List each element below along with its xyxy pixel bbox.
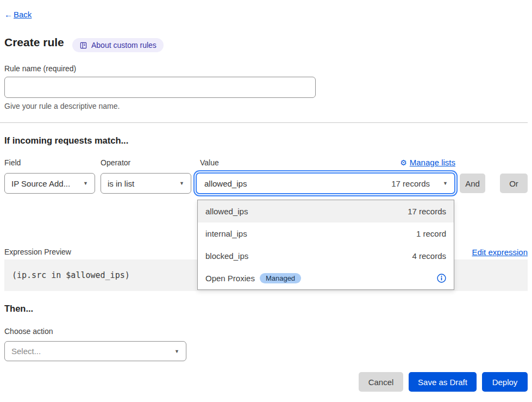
operator-select[interactable]: is in list ▼ xyxy=(101,173,191,194)
deploy-button[interactable]: Deploy xyxy=(482,372,528,392)
gear-icon: ⚙ xyxy=(400,158,407,167)
list-option-allowed-ips[interactable]: allowed_ips 17 records xyxy=(198,200,454,222)
action-select[interactable]: Select... ▼ xyxy=(4,341,186,361)
manage-lists-link[interactable]: ⚙ Manage lists xyxy=(400,158,455,167)
operator-select-value: is in list xyxy=(108,179,175,188)
value-select-records: 17 records xyxy=(391,179,430,188)
page-title: Create rule xyxy=(4,36,64,49)
about-badge-label: About custom rules xyxy=(91,41,157,50)
operator-label: Operator xyxy=(101,158,130,167)
list-option-internal-ips[interactable]: internal_ips 1 record xyxy=(198,222,454,245)
or-button[interactable]: Or xyxy=(500,174,528,193)
list-option-blocked-ips[interactable]: blocked_ips 4 records xyxy=(198,245,454,267)
expression-code: (ip.src in $allowed_ips) xyxy=(12,270,130,280)
cancel-button[interactable]: Cancel xyxy=(359,372,403,392)
list-option-records: 17 records xyxy=(408,207,446,216)
rule-name-help-text: Give your rule a descriptive name. xyxy=(4,102,120,110)
chevron-down-icon: ▼ xyxy=(443,181,448,186)
edit-expression-link[interactable]: Edit expression xyxy=(472,248,528,257)
list-option-name: blocked_ips xyxy=(205,251,248,261)
back-link-label[interactable]: Back xyxy=(14,10,32,19)
list-option-name: Open Proxies xyxy=(205,274,255,283)
manage-lists-label[interactable]: Manage lists xyxy=(410,158,455,167)
choose-action-label: Choose action xyxy=(4,327,53,336)
expression-preview-label: Expression Preview xyxy=(4,248,71,256)
field-select[interactable]: IP Source Add... ▼ xyxy=(4,173,95,194)
section-divider xyxy=(0,122,528,123)
field-label: Field xyxy=(4,158,21,167)
value-select-value: allowed_ips xyxy=(204,179,391,188)
then-section-heading: Then... xyxy=(4,304,33,314)
and-button[interactable]: And xyxy=(460,174,485,193)
list-option-open-proxies[interactable]: Open Proxies Managed xyxy=(198,267,454,289)
list-option-records: 1 record xyxy=(416,229,446,238)
rule-name-input[interactable] xyxy=(4,77,316,98)
create-rule-page: ←Back Create rule About custom rules Rul… xyxy=(0,0,532,402)
managed-badge: Managed xyxy=(260,273,301,283)
book-icon xyxy=(79,41,87,50)
list-option-records: 4 records xyxy=(412,251,446,261)
match-section-heading: If incoming requests match... xyxy=(4,135,128,146)
chevron-down-icon: ▼ xyxy=(174,349,179,354)
about-custom-rules-badge[interactable]: About custom rules xyxy=(72,38,164,52)
chevron-down-icon: ▼ xyxy=(83,181,88,186)
action-select-placeholder: Select... xyxy=(11,347,170,356)
info-icon[interactable] xyxy=(437,274,446,283)
back-link[interactable]: ←Back xyxy=(4,10,32,19)
back-arrow-icon: ← xyxy=(4,10,12,19)
list-dropdown-menu: allowed_ips 17 records internal_ips 1 re… xyxy=(197,200,454,290)
field-select-value: IP Source Add... xyxy=(11,179,79,188)
chevron-down-icon: ▼ xyxy=(179,181,184,186)
value-label: Value xyxy=(200,158,219,167)
save-as-draft-button[interactable]: Save as Draft xyxy=(409,372,477,392)
list-option-name: allowed_ips xyxy=(205,207,248,216)
rule-name-label: Rule name (required) xyxy=(4,64,76,73)
value-list-select[interactable]: allowed_ips 17 records ▼ xyxy=(196,172,455,194)
list-option-name: internal_ips xyxy=(205,229,247,238)
